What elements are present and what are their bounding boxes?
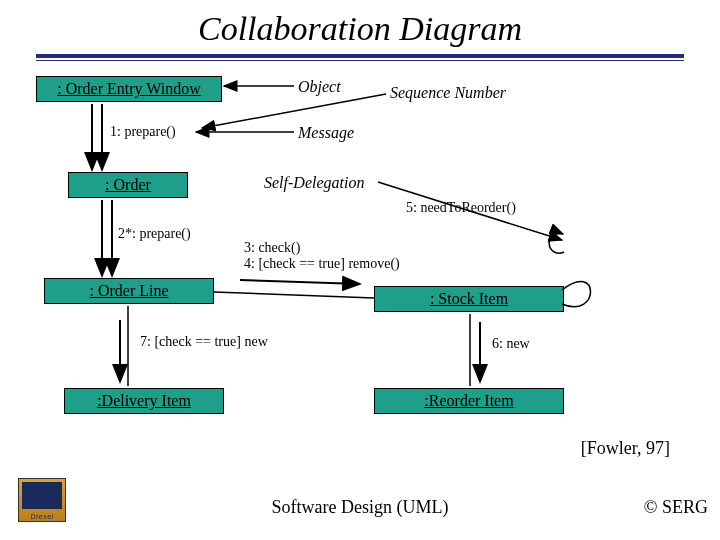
object-order-line: : Order Line bbox=[44, 278, 214, 304]
message-6: 6: new bbox=[492, 336, 530, 352]
svg-line-8 bbox=[214, 292, 374, 298]
legend-object: Object bbox=[298, 78, 341, 96]
message-3: 3: check() bbox=[244, 240, 300, 256]
page-title: Collaboration Diagram bbox=[0, 0, 720, 54]
title-rule-thin bbox=[36, 60, 684, 61]
svg-line-9 bbox=[240, 280, 360, 284]
object-order: : Order bbox=[68, 172, 188, 198]
footer-copyright: © SERG bbox=[644, 497, 708, 518]
citation: [Fowler, 97] bbox=[581, 438, 670, 459]
legend-message: Message bbox=[298, 124, 354, 142]
brand-logo-mark bbox=[22, 482, 62, 509]
message-2: 2*: prepare() bbox=[118, 226, 191, 242]
object-order-entry-window: : Order Entry Window bbox=[36, 76, 222, 102]
object-reorder-item: :Reorder Item bbox=[374, 388, 564, 414]
object-delivery-item: :Delivery Item bbox=[64, 388, 224, 414]
title-rule-thick bbox=[36, 54, 684, 58]
message-4: 4: [check == true] remove() bbox=[244, 256, 400, 272]
object-stock-item: : Stock Item bbox=[374, 286, 564, 312]
legend-sequence-number: Sequence Number bbox=[390, 84, 506, 102]
svg-line-1 bbox=[202, 94, 386, 128]
legend-self-delegation: Self-Delegation bbox=[264, 174, 364, 192]
footer-center: Software Design (UML) bbox=[0, 497, 720, 518]
message-5: 5: needToReorder() bbox=[406, 200, 516, 216]
message-1: 1: prepare() bbox=[110, 124, 176, 140]
brand-logo-text: Drexel bbox=[21, 513, 63, 520]
message-7: 7: [check == true] new bbox=[140, 334, 268, 350]
brand-logo: Drexel bbox=[18, 478, 66, 522]
